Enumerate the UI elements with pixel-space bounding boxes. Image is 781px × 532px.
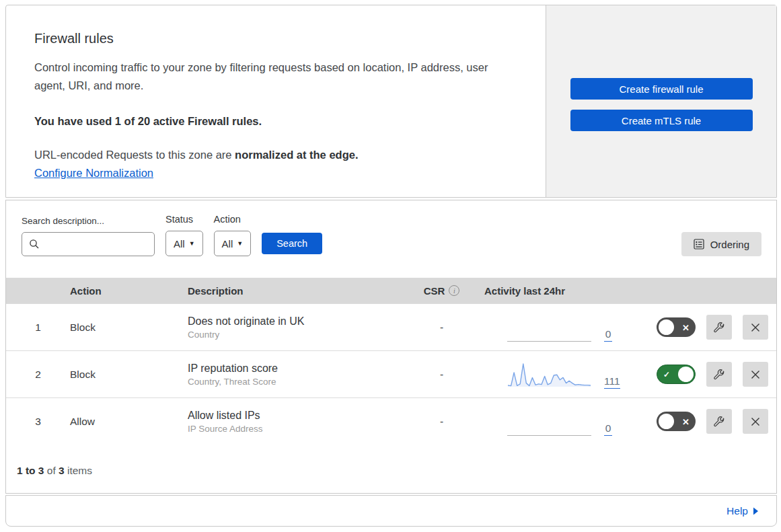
enable-toggle[interactable]: ✓ ✕ bbox=[657, 412, 696, 431]
edit-rule-button[interactable] bbox=[706, 362, 732, 387]
rule-priority: 3 bbox=[6, 416, 70, 428]
rule-controls: ✓ ✕ bbox=[622, 315, 776, 340]
normalization-note: URL-encoded Requests to this zone are no… bbox=[34, 149, 525, 161]
activity-count-link[interactable]: 0 bbox=[604, 328, 612, 342]
rule-csr: - bbox=[406, 321, 477, 334]
search-label: Search description... bbox=[22, 216, 155, 226]
activity-count-link[interactable]: 0 bbox=[604, 422, 612, 436]
toggle-knob bbox=[678, 367, 694, 382]
configure-normalization-link[interactable]: Configure Normalization bbox=[34, 167, 153, 180]
action-label: Action bbox=[214, 214, 252, 225]
search-icon bbox=[29, 239, 40, 250]
info-icon[interactable]: i bbox=[449, 285, 459, 296]
column-header-description: Description bbox=[188, 285, 406, 297]
usage-summary: You have used 1 of 20 active Firewall ru… bbox=[34, 115, 525, 128]
items-word: items bbox=[67, 465, 92, 476]
activity-sparkline-chart bbox=[507, 362, 591, 389]
search-box bbox=[22, 232, 155, 256]
rule-controls: ✓ ✕ bbox=[622, 362, 776, 387]
table-row: 1 Block Does not originate in UK Country… bbox=[6, 303, 776, 350]
items-range: 1 to 3 bbox=[17, 465, 44, 476]
actions-panel: Create firewall rule Create mTLS rule bbox=[546, 5, 776, 197]
search-input[interactable] bbox=[40, 233, 167, 256]
rule-description-cell: Allow listed IPs IP Source Address bbox=[188, 410, 406, 434]
action-select[interactable]: All ▼ bbox=[214, 231, 252, 256]
table-row: 2 Block IP reputation score Country, Thr… bbox=[6, 350, 776, 397]
column-header-csr: CSR i bbox=[406, 285, 477, 297]
rule-action: Block bbox=[70, 321, 188, 334]
search-button[interactable]: Search bbox=[262, 233, 322, 254]
page-description: Control incoming traffic to your zone by… bbox=[34, 59, 519, 95]
activity-sparkline-flat bbox=[507, 341, 591, 342]
rule-action: Allow bbox=[70, 416, 188, 428]
normalization-note-text: URL-encoded Requests to this zone are bbox=[34, 149, 232, 161]
firewall-rules-page: Firewall rules Control incoming traffic … bbox=[0, 0, 781, 527]
create-mtls-rule-button[interactable]: Create mTLS rule bbox=[570, 110, 753, 131]
create-firewall-rule-button[interactable]: Create firewall rule bbox=[570, 78, 753, 100]
rule-fields: IP Source Address bbox=[188, 424, 406, 434]
help-link-label: Help bbox=[727, 505, 748, 517]
status-label: Status bbox=[165, 214, 203, 225]
search-field-group: Search description... bbox=[22, 216, 155, 256]
rule-csr: - bbox=[406, 416, 477, 428]
action-select-value: All bbox=[222, 238, 233, 250]
close-icon bbox=[750, 322, 761, 333]
enable-toggle[interactable]: ✓ ✕ bbox=[657, 317, 696, 337]
rule-activity-cell: 0 bbox=[477, 304, 622, 350]
rule-description: IP reputation score bbox=[188, 363, 406, 375]
status-select[interactable]: All ▼ bbox=[165, 231, 203, 256]
rules-card: Search description... Status All ▼ bbox=[5, 200, 777, 494]
column-header-activity: Activity last 24hr bbox=[477, 285, 622, 297]
table-header-row: Action Description CSR i Activity last 2… bbox=[6, 278, 776, 303]
toggle-knob bbox=[659, 414, 674, 429]
rule-description-cell: Does not originate in UK Country bbox=[188, 315, 406, 340]
rule-priority: 1 bbox=[6, 321, 70, 334]
items-total: 3 bbox=[59, 465, 65, 476]
help-arrow-icon bbox=[753, 507, 759, 515]
action-filter-group: Action All ▼ bbox=[214, 214, 252, 256]
rule-activity-cell: 111 bbox=[477, 351, 622, 397]
rule-description-cell: IP reputation score Country, Threat Scor… bbox=[188, 363, 406, 387]
delete-rule-button[interactable] bbox=[743, 315, 768, 340]
wrench-icon bbox=[713, 416, 725, 428]
column-header-action: Action bbox=[70, 285, 188, 297]
rule-controls: ✓ ✕ bbox=[622, 409, 776, 434]
rule-fields: Country, Threat Score bbox=[188, 377, 406, 387]
wrench-icon bbox=[713, 321, 725, 334]
x-icon: ✕ bbox=[682, 322, 690, 332]
rule-description: Does not originate in UK bbox=[188, 315, 406, 328]
items-of: of bbox=[47, 465, 56, 476]
activity-count-link[interactable]: 111 bbox=[604, 375, 620, 389]
close-icon bbox=[750, 369, 761, 380]
status-select-value: All bbox=[174, 238, 185, 250]
rule-csr: - bbox=[406, 369, 477, 381]
delete-rule-button[interactable] bbox=[743, 362, 768, 387]
enable-toggle[interactable]: ✓ ✕ bbox=[657, 365, 696, 384]
rule-fields: Country bbox=[188, 330, 406, 340]
help-link[interactable]: Help bbox=[727, 505, 759, 517]
close-icon bbox=[750, 416, 761, 427]
csr-header-label: CSR bbox=[424, 285, 445, 297]
rule-activity-cell: 0 bbox=[477, 398, 622, 445]
page-title: Firewall rules bbox=[34, 31, 525, 46]
toggle-knob bbox=[659, 319, 674, 335]
x-icon: ✕ bbox=[682, 416, 690, 426]
edit-rule-button[interactable] bbox=[706, 315, 732, 340]
activity-sparkline-flat bbox=[507, 435, 591, 436]
pagination-summary: 1 to 3 of 3 items bbox=[6, 445, 776, 493]
edit-rule-button[interactable] bbox=[706, 409, 732, 434]
intro-card: Firewall rules Control incoming traffic … bbox=[5, 5, 777, 198]
chevron-down-icon: ▼ bbox=[237, 241, 243, 247]
help-bar: Help bbox=[5, 495, 777, 527]
ordered-list-icon bbox=[694, 239, 704, 250]
status-filter-group: Status All ▼ bbox=[165, 214, 203, 256]
delete-rule-button[interactable] bbox=[743, 409, 768, 434]
normalization-note-bold: normalized at the edge. bbox=[235, 149, 358, 161]
rule-description: Allow listed IPs bbox=[188, 410, 406, 422]
ordering-button-label: Ordering bbox=[710, 239, 749, 250]
table-row: 3 Allow Allow listed IPs IP Source Addre… bbox=[6, 397, 776, 445]
chevron-down-icon: ▼ bbox=[189, 241, 195, 247]
ordering-button[interactable]: Ordering bbox=[681, 232, 761, 256]
rule-action: Block bbox=[70, 369, 188, 381]
rule-priority: 2 bbox=[6, 369, 70, 381]
